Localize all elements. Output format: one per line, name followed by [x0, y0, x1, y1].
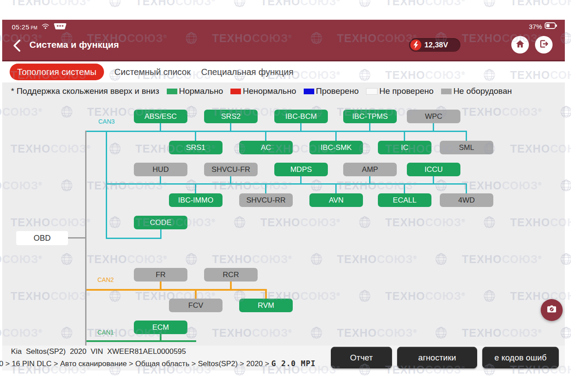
watermark-tile: ТЕХНОСОЮЗ®: [357, 0, 466, 9]
can3-bus-line: [433, 175, 434, 184]
status-bar-right: 37%: [529, 22, 557, 30]
watermark-row: ТЕХНОСОЮЗ®ТЕХНОСОЮЗ®ТЕХНОСОЮЗ®ТЕХНОСОЮЗ®…: [0, 0, 571, 9]
watermark-tile: ТЕХНОСОЮЗ®: [482, 0, 571, 9]
can3-bus-line: [230, 122, 231, 132]
legend-item: Не проверено: [366, 86, 434, 96]
can1-bus-line: [160, 333, 162, 341]
wifi-icon: [42, 23, 49, 31]
can3-bus-line: [433, 122, 434, 132]
topology-node-wpc[interactable]: WPC: [407, 110, 460, 123]
legend-label: Ненормально: [243, 86, 296, 96]
can3-bus-line: [466, 131, 467, 142]
tab-топология-системы[interactable]: Топология системы: [10, 64, 104, 80]
can3-bus-line: [335, 184, 337, 194]
can3-bus-line: [86, 131, 467, 132]
legend-item: Ненормально: [230, 86, 296, 96]
action-button-агностики[interactable]: агностики: [397, 347, 477, 368]
screenshot-fab[interactable]: [541, 299, 563, 321]
watermark-text: ТЕХНОСОЮЗ®: [11, 0, 91, 8]
legend-swatch: [230, 89, 241, 94]
topology-node-shvcu-rr[interactable]: SHVCU-RR: [239, 193, 293, 207]
can3-bus-line: [369, 122, 370, 132]
watermark-text: ТЕХНОСОЮЗ®: [136, 0, 216, 8]
topology-node-srs2[interactable]: SRS2: [204, 110, 258, 123]
topology-node-ibc-bcm[interactable]: IBC-BCM: [274, 110, 328, 123]
can3-bus-line: [106, 238, 162, 239]
topology-node-ic[interactable]: IC: [378, 141, 431, 154]
can3-bus-line: [265, 131, 266, 142]
can2-bus-line: [230, 281, 232, 290]
can3-bus-line: [160, 175, 161, 184]
legend-swatch: [366, 88, 377, 95]
status-legend: * Поддержка скольжения вверх и вниз Норм…: [11, 86, 512, 96]
topology-node-ac[interactable]: AC: [239, 141, 293, 154]
action-button-отчет[interactable]: Отчет: [331, 347, 392, 368]
topology-node-ibc-immo[interactable]: IBC-IMMO: [169, 193, 223, 207]
diagnostic-path: 0 > 16 PIN DLC > Авто сканирование > Общ…: [0, 359, 316, 368]
topology-node-shvcu-fr[interactable]: SHVCU-FR: [204, 163, 258, 176]
tab-bar: Топология системыСистемный списокСпециал…: [2, 61, 565, 82]
legend-item: Проверено: [304, 86, 359, 96]
topology-node-rcr[interactable]: RCR: [204, 268, 258, 282]
page-title: Система и функция: [29, 39, 119, 50]
legend-item: Не оборудован: [441, 86, 512, 96]
obd-connector-icon: [54, 22, 67, 32]
can3-bus-line: [160, 228, 162, 239]
topology-node-srs1[interactable]: SRS1: [169, 141, 223, 154]
topology-node-ecall[interactable]: ECALL: [378, 193, 431, 207]
bus-label-can3: CAN3: [98, 118, 115, 125]
exit-button[interactable]: [535, 36, 553, 53]
can3-bus-line: [335, 131, 337, 142]
can3-bus-line: [160, 122, 161, 132]
topology-node-mdps[interactable]: MDPS: [274, 163, 328, 176]
can1-bus-line: [86, 340, 196, 342]
legend-swatch: [167, 89, 177, 94]
topology-node-code[interactable]: CODE: [134, 216, 187, 229]
engine-code: G 2.0 MPI: [271, 359, 316, 368]
voltage-value: 12,38V: [424, 41, 448, 50]
can3-bus-line: [466, 184, 467, 194]
topology-node-abs-esc[interactable]: ABS/ESC: [134, 110, 187, 123]
topology-node-ibc-smk[interactable]: IBC-SMK: [309, 141, 363, 154]
home-icon: [515, 39, 525, 50]
topology-node-fr[interactable]: FR: [134, 268, 187, 282]
back-button[interactable]: [12, 39, 25, 53]
voltage-indicator[interactable]: 12,38V: [409, 38, 460, 52]
legend-swatch: [304, 89, 314, 94]
app-header-bar: 05:25PM 37% Система и функция 12: [2, 20, 565, 61]
legend-swatch: [441, 89, 452, 94]
bus-label-can1: CAN1: [97, 329, 114, 336]
topology-node-ibc-tpms[interactable]: IBC-TPMS: [343, 110, 397, 123]
action-button-е-кодов-ошиб[interactable]: е кодов ошиб: [482, 347, 559, 368]
topology-node-ecm[interactable]: ECM: [134, 321, 187, 334]
topology-node-rvm[interactable]: RVM: [239, 299, 293, 312]
topology-node-sml[interactable]: SML: [440, 141, 493, 154]
topology-node-avn[interactable]: AVN: [309, 193, 363, 207]
topology-node-hud[interactable]: HUD: [134, 163, 187, 176]
home-button[interactable]: [511, 36, 529, 53]
topology-node-amp[interactable]: AMP: [343, 163, 397, 176]
topology-node-fcv[interactable]: FCV: [169, 299, 223, 312]
can3-bus-line: [300, 122, 302, 132]
tab-системный-список[interactable]: Системный список: [115, 67, 191, 77]
can3-bus-line: [106, 131, 107, 239]
can2-bus-line: [195, 290, 197, 299]
topology-node-obd[interactable]: OBD: [16, 231, 68, 245]
can2-bus-line: [86, 289, 267, 291]
can3-bus-line: [195, 131, 196, 142]
can3-bus-line: [404, 131, 405, 142]
legend-label: Не оборудован: [453, 86, 512, 96]
topology-node-4wd[interactable]: 4WD: [440, 193, 493, 207]
watermark-text: ТЕХНОСОЮЗ®: [260, 0, 341, 8]
legend-label: Проверено: [316, 86, 359, 96]
tab-специальная-функция[interactable]: Специальная функция: [201, 67, 293, 77]
can3-bus-line: [300, 175, 302, 184]
status-bar-left: 05:25PM: [12, 22, 67, 32]
header-row: Система и функция 12,38V: [2, 34, 565, 59]
footer-bar: Kia Seltos(SP2) 2020 VIN XWEER81AEL00005…: [2, 346, 565, 371]
watermark-tile: ТЕХНОСОЮЗ®: [232, 0, 341, 9]
can2-bus-line: [265, 290, 267, 299]
battery-icon: [545, 22, 557, 30]
topology-node-iccu[interactable]: ICCU: [407, 163, 460, 176]
can3-bus-line: [369, 175, 370, 184]
